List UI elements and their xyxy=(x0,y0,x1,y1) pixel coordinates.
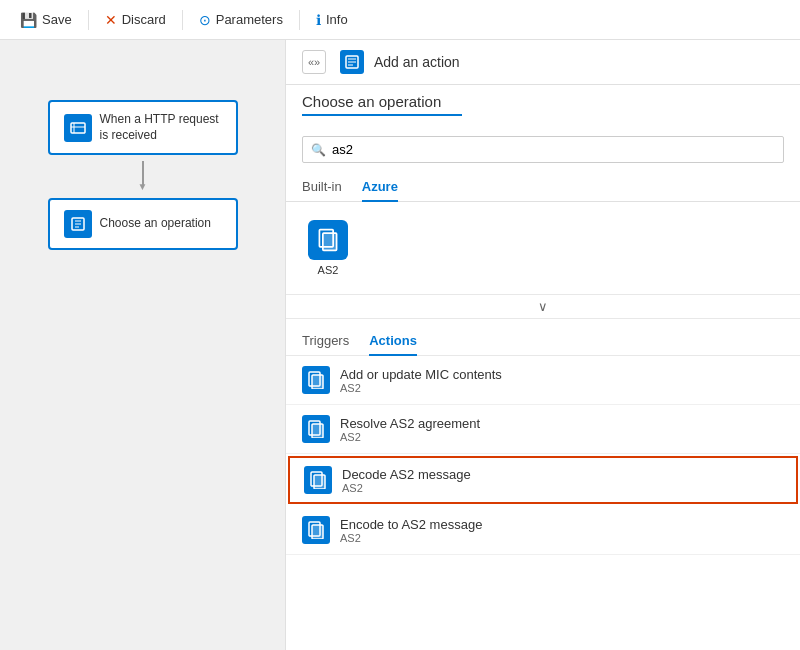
panel-title-section: Choose an operation xyxy=(286,85,800,128)
save-label: Save xyxy=(42,12,72,27)
panel-title: Choose an operation xyxy=(302,93,784,114)
as2-logo xyxy=(308,220,348,260)
info-button[interactable]: ℹ Info xyxy=(308,8,356,32)
choose-operation-node[interactable]: Choose an operation xyxy=(48,198,238,250)
choose-op-icon xyxy=(64,210,92,238)
panel-header-label: Add an action xyxy=(374,54,460,70)
op-add-mic-provider: AS2 xyxy=(340,382,502,394)
connector-arrow: ▼ xyxy=(138,181,148,192)
operation-encode-as2[interactable]: Encode to AS2 message AS2 xyxy=(286,506,800,555)
collapse-icon: ∨ xyxy=(538,299,548,314)
op-resolve-icon xyxy=(302,415,330,443)
panel-title-underline xyxy=(302,114,462,116)
op-add-mic-icon xyxy=(302,366,330,394)
svg-rect-0 xyxy=(71,123,85,133)
right-panel: «» Add an action Choose an operation 🔍 xyxy=(285,40,800,650)
discard-icon: ✕ xyxy=(105,12,117,28)
save-icon: 💾 xyxy=(20,12,37,28)
svg-rect-20 xyxy=(312,525,323,539)
op-add-mic-info: Add or update MIC contents AS2 xyxy=(340,367,502,394)
expand-button[interactable]: «» xyxy=(302,50,326,74)
panel-header-icon xyxy=(340,50,364,74)
op-encode-icon xyxy=(302,516,330,544)
tab-actions[interactable]: Actions xyxy=(369,327,417,356)
separator-3 xyxy=(299,10,300,30)
op-decode-name: Decode AS2 message xyxy=(342,467,471,482)
op-resolve-provider: AS2 xyxy=(340,431,480,443)
connector-as2[interactable]: AS2 xyxy=(302,214,354,282)
op-decode-icon xyxy=(304,466,332,494)
op-decode-info: Decode AS2 message AS2 xyxy=(342,467,471,494)
op-resolve-info: Resolve AS2 agreement AS2 xyxy=(340,416,480,443)
op-encode-provider: AS2 xyxy=(340,532,482,544)
op-add-mic-name: Add or update MIC contents xyxy=(340,367,502,382)
http-trigger-icon xyxy=(64,114,92,142)
operation-decode-as2[interactable]: Decode AS2 message AS2 xyxy=(288,456,798,504)
tab-builtin[interactable]: Built-in xyxy=(302,171,342,202)
info-icon: ℹ xyxy=(316,12,321,28)
tab-triggers[interactable]: Triggers xyxy=(302,327,349,356)
operation-add-mic[interactable]: Add or update MIC contents AS2 xyxy=(286,356,800,405)
svg-rect-16 xyxy=(312,424,323,438)
choose-op-label: Choose an operation xyxy=(100,216,211,232)
op-encode-info: Encode to AS2 message AS2 xyxy=(340,517,482,544)
separator-2 xyxy=(182,10,183,30)
discard-button[interactable]: ✕ Discard xyxy=(97,8,174,32)
http-trigger-node[interactable]: When a HTTP request is received xyxy=(48,100,238,155)
search-input[interactable] xyxy=(332,142,775,157)
svg-rect-12 xyxy=(323,233,337,250)
discard-label: Discard xyxy=(122,12,166,27)
params-icon: ⊙ xyxy=(199,12,211,28)
connectors-grid: AS2 xyxy=(286,202,800,295)
svg-rect-18 xyxy=(314,475,325,489)
actions-tabs: Triggers Actions xyxy=(286,319,800,356)
info-label: Info xyxy=(326,12,348,27)
main-content: When a HTTP request is received ▼ Choose… xyxy=(0,40,800,650)
search-box: 🔍 xyxy=(302,136,784,163)
operations-list: Add or update MIC contents AS2 Resolve A… xyxy=(286,356,800,650)
svg-rect-14 xyxy=(312,375,323,389)
connector-type-tabs: Built-in Azure xyxy=(286,171,800,202)
as2-connector-label: AS2 xyxy=(318,264,339,276)
canvas: When a HTTP request is received ▼ Choose… xyxy=(0,40,285,650)
operation-resolve-agreement[interactable]: Resolve AS2 agreement AS2 xyxy=(286,405,800,454)
op-resolve-name: Resolve AS2 agreement xyxy=(340,416,480,431)
parameters-button[interactable]: ⊙ Parameters xyxy=(191,8,291,32)
separator-1 xyxy=(88,10,89,30)
op-encode-name: Encode to AS2 message xyxy=(340,517,482,532)
panel-header: «» Add an action xyxy=(286,40,800,85)
save-button[interactable]: 💾 Save xyxy=(12,8,80,32)
search-section: 🔍 xyxy=(286,128,800,171)
http-trigger-label: When a HTTP request is received xyxy=(100,112,222,143)
flow-connector: ▼ xyxy=(138,161,148,192)
toolbar: 💾 Save ✕ Discard ⊙ Parameters ℹ Info xyxy=(0,0,800,40)
tab-azure[interactable]: Azure xyxy=(362,171,398,202)
op-decode-provider: AS2 xyxy=(342,482,471,494)
parameters-label: Parameters xyxy=(216,12,283,27)
search-icon: 🔍 xyxy=(311,143,326,157)
collapse-row[interactable]: ∨ xyxy=(286,295,800,319)
